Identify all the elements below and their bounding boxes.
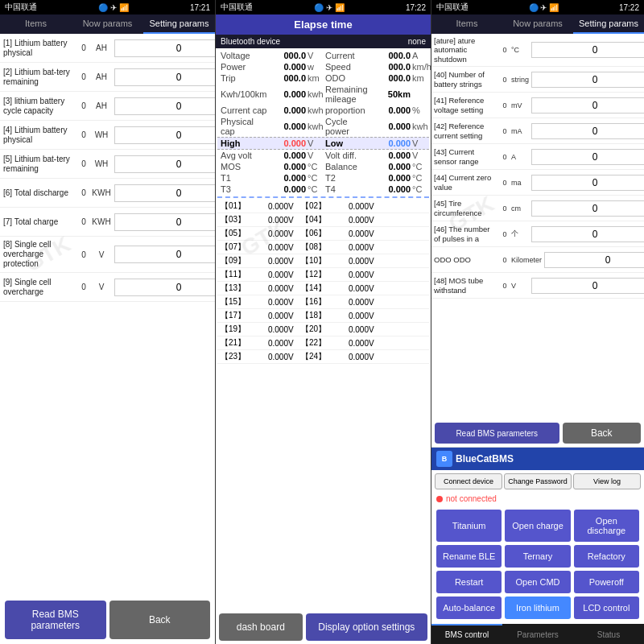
elapse-row-2: MOS 0.000 °C Balance 0.000 °C bbox=[217, 161, 429, 172]
right-param-input[interactable] bbox=[531, 175, 644, 191]
tab-items-left[interactable]: Items bbox=[0, 14, 72, 34]
change-password-btn[interactable]: Change Password bbox=[504, 473, 572, 489]
cell-label1: 【23】 bbox=[221, 351, 253, 362]
right-param-input[interactable] bbox=[531, 226, 644, 242]
grid-btn-refactory[interactable]: Refactory bbox=[574, 545, 639, 568]
dashboard-btn[interactable]: dash board bbox=[219, 613, 303, 641]
param-unit: AH bbox=[92, 72, 111, 81]
cell-val1: 0.000 bbox=[253, 243, 288, 252]
read-bms-btn-right[interactable]: Read BMS parameters bbox=[435, 423, 559, 444]
elapse-unit: w bbox=[308, 62, 324, 72]
param-value-input[interactable] bbox=[114, 97, 215, 115]
tab-setting-params-right[interactable]: Setting params bbox=[573, 14, 644, 34]
cell-unit2: V bbox=[369, 257, 378, 266]
elapse-val: 0.000 bbox=[270, 162, 306, 171]
elapse-label: Avg volt bbox=[221, 151, 269, 160]
right-param-input[interactable] bbox=[544, 252, 644, 268]
cell-val1: 0.000 bbox=[253, 270, 288, 279]
carrier-right: 中国联通 bbox=[436, 2, 469, 13]
grid-btn-restart[interactable]: Restart bbox=[436, 571, 502, 593]
right-param-row: [44] Current zero value 0 ma Zero bbox=[431, 170, 644, 196]
right-param-input[interactable] bbox=[531, 200, 644, 217]
cell-unit1: V bbox=[288, 298, 298, 307]
view-log-btn[interactable]: View log bbox=[573, 473, 641, 489]
param-current: 0 bbox=[76, 72, 92, 81]
display-btn[interactable]: Display option settings bbox=[306, 613, 427, 641]
grid-btn-open-cmd[interactable]: Open CMD bbox=[505, 571, 570, 593]
param-value-input[interactable] bbox=[114, 155, 215, 173]
right-param-label: [48] MOS tube withstand bbox=[434, 276, 498, 295]
bluecat-actions: Connect device Change Password View log bbox=[431, 470, 644, 493]
right-param-row: [43] Current sensor range 0 A Update bbox=[431, 144, 644, 170]
cell-row: 【11】 0.000 V 【12】 0.000 V bbox=[217, 268, 429, 282]
tab-now-params-right[interactable]: Now params bbox=[502, 14, 573, 34]
param-unit: WH bbox=[92, 130, 111, 139]
cell-label2: 【10】 bbox=[301, 255, 333, 266]
cell-row: 【09】 0.000 V 【10】 0.000 V bbox=[217, 254, 429, 268]
cell-val1: 0.000 bbox=[253, 353, 288, 361]
cell-unit2: V bbox=[369, 325, 378, 334]
cell-unit2: V bbox=[369, 216, 378, 225]
connect-device-btn[interactable]: Connect device bbox=[435, 473, 502, 489]
elapse-unit: km bbox=[308, 73, 324, 83]
cell-unit1: V bbox=[288, 202, 298, 211]
elapse-label: Current cap bbox=[221, 105, 269, 115]
status-icons-mid: 🔵 ✈ 📶 bbox=[314, 3, 345, 12]
tab-items-right[interactable]: Items bbox=[431, 14, 502, 34]
right-param-unit: A bbox=[511, 153, 529, 161]
elapse-val: 000.0 bbox=[270, 51, 306, 60]
tab-now-params-left[interactable]: Now params bbox=[72, 14, 143, 34]
panel-right: 中国联通 🔵 ✈ 📶 17:22 Items Now params Settin… bbox=[431, 0, 644, 644]
cell-val2: 0.000 bbox=[333, 284, 369, 293]
param-value-input[interactable] bbox=[114, 279, 215, 296]
right-param-input[interactable] bbox=[531, 72, 644, 88]
status-bar-left: 中国联通 🔵 ✈ 📶 17:21 bbox=[0, 0, 215, 14]
grid-btn-rename-ble[interactable]: Rename BLE bbox=[436, 545, 502, 568]
elapse-unit: kwh bbox=[308, 89, 324, 99]
param-value-input[interactable] bbox=[114, 213, 215, 231]
grid-btn-poweroff[interactable]: Poweroff bbox=[574, 571, 639, 593]
grid-btn-ternary[interactable]: Ternary bbox=[505, 545, 570, 568]
grid-btn-open-charge[interactable]: Open charge bbox=[505, 510, 570, 542]
bottom-tab-bms-control[interactable]: BMS control bbox=[431, 624, 502, 644]
grid-btn-auto-balance[interactable]: Auto-balance bbox=[436, 597, 502, 619]
param-value-input[interactable] bbox=[114, 184, 215, 202]
right-param-input[interactable] bbox=[531, 149, 644, 165]
back-btn-right[interactable]: Back bbox=[563, 423, 642, 444]
bottom-tab-parameters[interactable]: Parameters bbox=[502, 624, 573, 644]
back-btn-left[interactable]: Back bbox=[109, 601, 211, 639]
right-param-input[interactable] bbox=[531, 278, 644, 294]
grid-btn-open-discharge[interactable]: Open discharge bbox=[574, 510, 639, 542]
grid-btn-lcd-control[interactable]: LCD control bbox=[574, 597, 639, 619]
right-param-input[interactable] bbox=[531, 123, 644, 139]
bottom-tab-status[interactable]: Status bbox=[573, 624, 644, 644]
param-unit: KWH bbox=[92, 217, 111, 226]
right-param-input[interactable] bbox=[531, 42, 644, 58]
cell-label2: 【12】 bbox=[301, 269, 333, 280]
elapse-label: T1 bbox=[221, 173, 269, 183]
grid-btn-iron-lithium[interactable]: Iron lithium bbox=[505, 597, 570, 619]
cell-row: 【15】 0.000 V 【16】 0.000 V bbox=[217, 295, 429, 309]
param-value-input[interactable] bbox=[114, 126, 215, 144]
status-dot bbox=[436, 496, 443, 502]
elapse-row-2: Avg volt 0.000 V Volt diff. 0.000 V bbox=[217, 150, 429, 161]
right-param-current: 0 bbox=[498, 230, 511, 238]
cell-unit2: V bbox=[369, 284, 378, 293]
grid-btn-titanium[interactable]: Titanium bbox=[436, 510, 502, 542]
elapse-row-2: T1 0.000 °C T2 0.000 °C bbox=[217, 172, 429, 184]
right-param-input[interactable] bbox=[531, 97, 644, 114]
connection-status: not connected bbox=[431, 493, 644, 505]
elapse-label2: Balance bbox=[325, 162, 374, 171]
param-current: 0 bbox=[76, 43, 92, 52]
bt-row: Bluetooth device none bbox=[216, 35, 431, 48]
cell-val1: 0.000 bbox=[253, 284, 288, 293]
param-value-input[interactable] bbox=[114, 39, 215, 57]
param-row: [8] Single cell overcharge protection 0 … bbox=[0, 237, 215, 273]
cell-val2: 0.000 bbox=[333, 298, 369, 307]
param-unit: KWH bbox=[92, 188, 111, 197]
read-bms-btn-left[interactable]: Read BMS parameters bbox=[5, 601, 106, 639]
right-param-row: [46] The number of pulses in a 0 个 Updat… bbox=[431, 221, 644, 247]
tab-setting-params-left[interactable]: Setting params bbox=[143, 14, 215, 34]
param-value-input[interactable] bbox=[114, 68, 215, 86]
param-value-input[interactable] bbox=[114, 246, 215, 263]
